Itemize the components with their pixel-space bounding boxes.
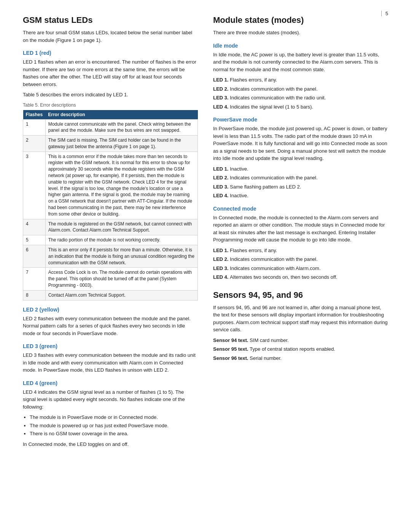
led-label: LED 4. <box>213 104 230 110</box>
led-desc: Inactive. <box>230 193 248 198</box>
sensor-desc: Serial number. <box>250 355 282 361</box>
led1-table-ref: Table 5 describes the errors indicated b… <box>23 91 198 99</box>
powersave-mode-body: In PowerSave mode, the module just power… <box>213 125 388 162</box>
led-desc: Indicates communication with the radio u… <box>230 95 326 101</box>
sensor-label: Sensor 95 text. <box>213 346 250 352</box>
table-cell-desc: This is an error only if it persists for… <box>45 245 198 268</box>
led-desc: Indicates communication with the panel. <box>230 256 318 262</box>
idle-mode-heading: Idle mode <box>213 43 388 49</box>
table-cell-flashes: 7 <box>23 268 46 290</box>
led4-body: LED 4 indicates the GSM signal level as … <box>23 388 198 411</box>
led-desc: Inactive. <box>230 166 248 172</box>
sensors-body: If sensors 94, 95, and 96 are not learne… <box>213 304 388 334</box>
led-desc: Indicates communication with the panel. <box>230 86 318 92</box>
idle-mode-body: In Idle mode, the AC power is up, the ba… <box>213 51 388 73</box>
led-label: LED 4. <box>213 193 230 198</box>
list-item: The module is in PowerSave mode or in Co… <box>30 414 198 421</box>
led-item: LED 4. Indicates the signal level (1 to … <box>213 103 388 111</box>
powersave-leds: LED 1. Inactive.LED 2. Indicates communi… <box>213 165 388 200</box>
table-cell-desc: The radio portion of the module is not w… <box>45 235 198 245</box>
error-descriptions-table: Flashes Error description 1Module cannot… <box>23 110 198 300</box>
table-cell-flashes: 6 <box>23 245 46 268</box>
led-item: LED 1. Flashes errors, if any. <box>213 76 388 84</box>
sensor-item: Sensor 94 text. SIM card number. <box>213 337 388 344</box>
led-desc: Flashes errors, if any. <box>230 77 277 83</box>
led4-heading: LED 4 (green) <box>23 380 198 386</box>
led-item: LED 3. Indicates communication with the … <box>213 94 388 102</box>
table-cell-desc: The module is registered on the GSM netw… <box>45 219 198 235</box>
led-item: LED 4. Inactive. <box>213 192 388 200</box>
led-desc: Flashes errors, if any. <box>230 248 277 253</box>
table-cell-desc: Access Code Lock is on. The module canno… <box>45 268 198 290</box>
led2-body: LED 2 flashes with every communication b… <box>23 315 198 337</box>
led-item: LED 1. Inactive. <box>213 165 388 173</box>
sensor-label: Sensor 96 text. <box>213 355 250 361</box>
led-item: LED 2. Indicates communication with the … <box>213 256 388 263</box>
sensor-label: Sensor 94 text. <box>213 337 250 343</box>
sensors-title: Sensors 94, 95, and 96 <box>213 290 388 300</box>
table-cell-desc: Module cannot communicate with the panel… <box>45 119 198 136</box>
powersave-mode-heading: PowerSave mode <box>213 117 388 123</box>
led4-bullet-list: The module is in PowerSave mode or in Co… <box>30 414 198 438</box>
left-column: GSM status LEDs There are four small GSM… <box>23 15 198 451</box>
led-label: LED 1. <box>213 77 230 83</box>
led-desc: Alternates two seconds on, then two seco… <box>230 274 337 280</box>
led-desc: Indicates communication with Alarm.com. <box>230 265 320 271</box>
led-label: LED 2. <box>213 175 230 181</box>
led-item: LED 4. Alternates two seconds on, then t… <box>213 273 388 281</box>
led3-body: LED 3 flashes with every communication b… <box>23 351 198 374</box>
table-cell-flashes: 8 <box>23 290 46 300</box>
led-item: LED 3. Indicates communication with Alar… <box>213 265 388 272</box>
led-desc: Indicates communication with the panel. <box>230 175 318 181</box>
connected-mode-heading: Connected mode <box>213 206 388 212</box>
sensor-desc: SIM card number. <box>250 337 289 343</box>
led1-body: LED 1 flashes when an error is encounter… <box>23 58 198 88</box>
table-cell-flashes: 1 <box>23 119 46 136</box>
led-item: LED 2. Indicates communication with the … <box>213 174 388 182</box>
led-item: LED 3. Same flashing pattern as LED 2. <box>213 183 388 191</box>
led-label: LED 3. <box>213 95 230 101</box>
led-label: LED 3. <box>213 184 230 190</box>
led-item: LED 1. Flashes errors, if any. <box>213 247 388 254</box>
sensor-desc: Type of central station reports enabled. <box>250 346 335 352</box>
table-cell-desc: This is a common error if the module tak… <box>45 152 198 219</box>
led2-heading: LED 2 (yellow) <box>23 307 198 313</box>
table-cell-flashes: 4 <box>23 219 46 235</box>
connected-mode-body: In Connected mode, the module is connect… <box>213 214 388 244</box>
page-number: 5 <box>381 11 388 16</box>
led-desc: Indicates the signal level (1 to 5 bars)… <box>230 104 313 110</box>
module-states-title: Module states (modes) <box>213 15 388 25</box>
table-caption: Table 5. Error descriptions <box>23 102 198 109</box>
sensor-item: Sensor 96 text. Serial number. <box>213 355 388 362</box>
led-desc: Same flashing pattern as LED 2. <box>230 184 301 190</box>
module-states-intro: There are three module states (modes). <box>213 29 388 37</box>
col-flashes: Flashes <box>23 110 46 120</box>
led-label: LED 2. <box>213 86 230 92</box>
led3-heading: LED 3 (green) <box>23 343 198 349</box>
right-column: Module states (modes) There are three mo… <box>213 15 388 451</box>
led-label: LED 4. <box>213 274 230 280</box>
led-label: LED 1. <box>213 166 230 172</box>
col-error-desc: Error description <box>45 110 198 120</box>
connected-leds: LED 1. Flashes errors, if any.LED 2. Ind… <box>213 247 388 281</box>
list-item: There is no GSM tower coverage in the ar… <box>30 430 198 438</box>
gsm-leds-title: GSM status LEDs <box>23 15 198 25</box>
idle-leds: LED 1. Flashes errors, if any.LED 2. Ind… <box>213 76 388 110</box>
table-cell-flashes: 5 <box>23 235 46 245</box>
led-label: LED 1. <box>213 248 230 253</box>
table-cell-flashes: 3 <box>23 152 46 219</box>
led4-footer: In Connected mode, the LED toggles on an… <box>23 441 198 448</box>
led-label: LED 3. <box>213 265 230 271</box>
sensor-item: Sensor 95 text. Type of central station … <box>213 345 388 353</box>
led1-heading: LED 1 (red) <box>23 50 198 56</box>
sensor-items: Sensor 94 text. SIM card number.Sensor 9… <box>213 337 388 362</box>
list-item: The module is powered up or has just exi… <box>30 422 198 430</box>
led-label: LED 2. <box>213 256 230 262</box>
led-item: LED 2. Indicates communication with the … <box>213 85 388 93</box>
gsm-leds-intro: There are four small GSM status LEDs, lo… <box>23 29 198 44</box>
table-cell-desc: Contact Alarm.com Technical Support. <box>45 290 198 300</box>
table-cell-desc: The SIM card is missing. The SIM card ho… <box>45 136 198 152</box>
table-cell-flashes: 2 <box>23 136 46 152</box>
